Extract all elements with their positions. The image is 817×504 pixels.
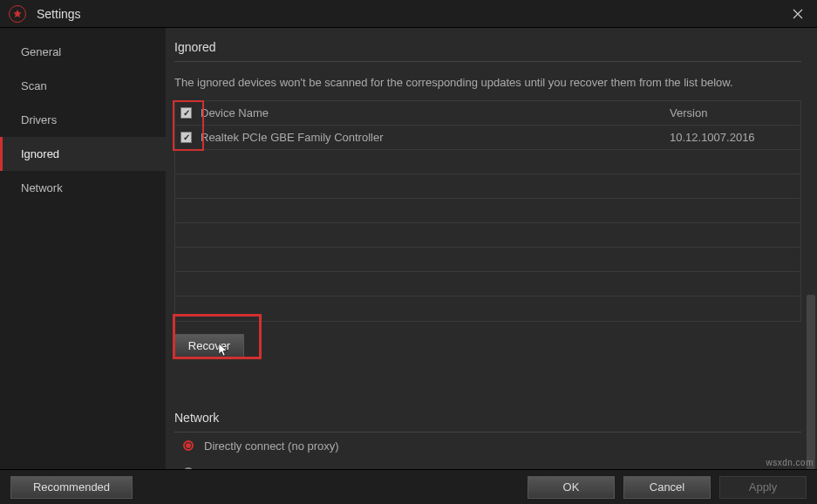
ok-button[interactable]: OK (528, 476, 615, 499)
sidebar: General Scan Drivers Ignored Network (0, 28, 166, 469)
sidebar-item-general[interactable]: General (0, 35, 166, 69)
sidebar-item-network[interactable]: Network (0, 171, 166, 205)
sidebar-item-drivers[interactable]: Drivers (0, 103, 166, 137)
section-header-network: Network (174, 398, 801, 432)
table-row-empty (175, 174, 800, 199)
window-title: Settings (37, 7, 787, 21)
apply-button[interactable]: Apply (719, 476, 807, 499)
watermark: wsxdn.com (766, 458, 814, 467)
table-row[interactable]: Realtek PCIe GBE Family Controller 10.12… (175, 126, 800, 150)
table-header-row: Device Name Version (175, 101, 800, 126)
cancel-button[interactable]: Cancel (623, 476, 711, 499)
app-logo (9, 5, 26, 23)
radio-label: Directly connect (no proxy) (204, 439, 339, 453)
recover-button[interactable]: Recover (174, 334, 244, 358)
radio-direct-connect[interactable]: Directly connect (no proxy) (174, 432, 801, 460)
close-button[interactable] (787, 3, 808, 24)
table-row-empty (175, 150, 800, 174)
table-row-empty (175, 272, 800, 296)
select-all-checkbox[interactable] (180, 107, 192, 119)
device-name-cell: Realtek PCIe GBE Family Controller (201, 131, 670, 144)
radio-auto-proxy[interactable]: Automatically detect proxy (use Internet… (174, 460, 801, 470)
table-row-empty (175, 223, 800, 248)
ignored-description: The ignored devices won't be scanned for… (174, 62, 801, 100)
column-header-name: Device Name (201, 106, 670, 119)
table-row-empty (175, 296, 800, 321)
scrollbar[interactable] (807, 295, 815, 469)
close-icon (792, 8, 804, 20)
section-header-ignored: Ignored (174, 28, 801, 62)
column-header-version: Version (670, 106, 800, 119)
sidebar-item-ignored[interactable]: Ignored (0, 137, 166, 171)
sidebar-item-scan[interactable]: Scan (0, 69, 166, 103)
table-row-empty (175, 199, 800, 223)
ignored-table: Device Name Version Realtek PCIe GBE Fam… (174, 100, 801, 322)
device-version-cell: 10.12.1007.2016 (670, 131, 800, 144)
radio-icon (183, 440, 194, 451)
recommended-button[interactable]: Recommended (10, 476, 133, 499)
row-checkbox[interactable] (180, 132, 192, 143)
table-row-empty (175, 248, 800, 272)
